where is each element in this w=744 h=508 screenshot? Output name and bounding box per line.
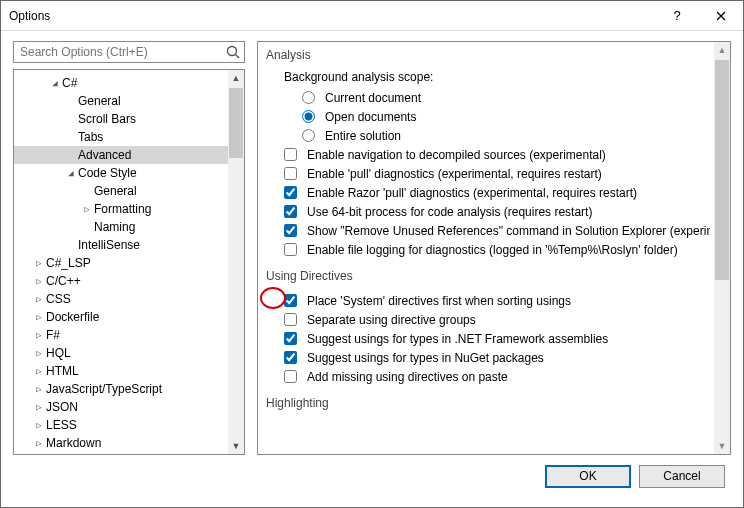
tree-item[interactable]: ▷JavaScript/TypeScript xyxy=(14,380,244,398)
tree-item[interactable]: ◢C# xyxy=(14,74,244,92)
checkbox-option[interactable]: Separate using directive groups xyxy=(284,310,710,329)
using-directives-section: Using Directives Place 'System' directiv… xyxy=(266,269,710,396)
tree-scrollbar[interactable]: ▲ ▼ xyxy=(228,70,244,454)
checkbox-option[interactable]: Enable navigation to decompiled sources … xyxy=(284,145,710,164)
scroll-down-icon[interactable]: ▼ xyxy=(714,438,730,454)
window-title: Options xyxy=(9,9,655,23)
checkbox-option[interactable]: Enable Razor 'pull' diagnostics (experim… xyxy=(284,183,710,202)
chevron-right-icon[interactable]: ▷ xyxy=(32,402,46,412)
tree-item[interactable]: ▷HTML xyxy=(14,362,244,380)
chevron-right-icon[interactable]: ▷ xyxy=(32,258,46,268)
option-label: Suggest usings for types in .NET Framewo… xyxy=(307,332,608,346)
close-button[interactable] xyxy=(699,2,743,30)
radio-input[interactable] xyxy=(302,91,315,104)
checkbox-input[interactable] xyxy=(284,243,297,256)
tree-item[interactable]: ▷Dockerfile xyxy=(14,308,244,326)
chevron-right-icon[interactable]: ▷ xyxy=(32,312,46,322)
chevron-right-icon[interactable]: ▷ xyxy=(32,420,46,430)
chevron-right-icon[interactable]: ▷ xyxy=(32,330,46,340)
category-tree: ◢C#GeneralScroll BarsTabsAdvanced◢Code S… xyxy=(13,69,245,455)
tree-item[interactable]: ▷C#_LSP xyxy=(14,254,244,272)
tree-item[interactable]: ▷LESS xyxy=(14,416,244,434)
tree-item[interactable]: Tabs xyxy=(14,128,244,146)
checkbox-input[interactable] xyxy=(284,370,297,383)
tree-item[interactable]: IntelliSense xyxy=(14,236,244,254)
search-input[interactable] xyxy=(13,41,245,63)
svg-point-0 xyxy=(228,47,237,56)
tree-item[interactable]: ▷Formatting xyxy=(14,200,244,218)
checkbox-option[interactable]: Suggest usings for types in NuGet packag… xyxy=(284,348,710,367)
scroll-thumb[interactable] xyxy=(715,60,729,280)
chevron-right-icon[interactable]: ▷ xyxy=(32,348,46,358)
option-label: Open documents xyxy=(325,110,416,124)
panel-scrollbar[interactable]: ▲ ▼ xyxy=(714,42,730,454)
checkbox-input[interactable] xyxy=(284,313,297,326)
ok-button[interactable]: OK xyxy=(545,465,631,488)
tree-item[interactable]: General xyxy=(14,182,244,200)
option-label: Add missing using directives on paste xyxy=(307,370,508,384)
tree-item[interactable]: ▷CSS xyxy=(14,290,244,308)
checkbox-option[interactable]: Enable file logging for diagnostics (log… xyxy=(284,240,710,259)
tree-item[interactable]: ▷Markdown xyxy=(14,434,244,452)
checkbox-option[interactable]: Place 'System' directives first when sor… xyxy=(284,291,710,310)
tree-item[interactable]: ▷JSON xyxy=(14,398,244,416)
tree-items: ◢C#GeneralScroll BarsTabsAdvanced◢Code S… xyxy=(14,70,244,455)
help-button[interactable]: ? xyxy=(655,2,699,30)
checkbox-input[interactable] xyxy=(284,224,297,237)
chevron-down-icon[interactable]: ◢ xyxy=(48,78,62,88)
checkbox-input[interactable] xyxy=(284,332,297,345)
radio-input[interactable] xyxy=(302,110,315,123)
option-label: Enable 'pull' diagnostics (experimental,… xyxy=(307,167,602,181)
tree-item-label: CSS xyxy=(46,292,71,306)
checkbox-input[interactable] xyxy=(284,148,297,161)
chevron-down-icon[interactable]: ◢ xyxy=(64,168,78,178)
tree-item[interactable]: Scroll Bars xyxy=(14,110,244,128)
checkbox-input[interactable] xyxy=(284,167,297,180)
tree-item-label: HTML xyxy=(46,364,79,378)
tree-item[interactable]: Naming xyxy=(14,218,244,236)
scroll-down-icon[interactable]: ▼ xyxy=(228,438,244,454)
radio-option[interactable]: Open documents xyxy=(302,107,710,126)
checkbox-input[interactable] xyxy=(284,294,297,307)
radio-option[interactable]: Current document xyxy=(302,88,710,107)
left-panel: ◢C#GeneralScroll BarsTabsAdvanced◢Code S… xyxy=(13,41,245,455)
tree-item[interactable]: ◢Code Style xyxy=(14,164,244,182)
cancel-button[interactable]: Cancel xyxy=(639,465,725,488)
tree-item[interactable]: Advanced xyxy=(14,146,244,164)
tree-item-label: C/C++ xyxy=(46,274,81,288)
scroll-up-icon[interactable]: ▲ xyxy=(714,42,730,58)
chevron-right-icon[interactable]: ▷ xyxy=(80,204,94,214)
option-label: Suggest usings for types in NuGet packag… xyxy=(307,351,544,365)
scroll-thumb[interactable] xyxy=(229,88,243,158)
tree-item-label: Dockerfile xyxy=(46,310,99,324)
tree-item-label: C# xyxy=(62,76,77,90)
tree-item-label: Formatting xyxy=(94,202,151,216)
checkbox-input[interactable] xyxy=(284,186,297,199)
tree-item[interactable]: ▷C/C++ xyxy=(14,272,244,290)
tree-item[interactable]: ▷HQL xyxy=(14,344,244,362)
section-heading: Analysis xyxy=(266,48,710,62)
chevron-right-icon[interactable]: ▷ xyxy=(32,384,46,394)
tree-item[interactable]: ▷F# xyxy=(14,326,244,344)
tree-item-label: Naming xyxy=(94,220,135,234)
scroll-up-icon[interactable]: ▲ xyxy=(228,70,244,86)
tree-item-label: Scroll Bars xyxy=(78,112,136,126)
chevron-right-icon[interactable]: ▷ xyxy=(32,438,46,448)
option-label: Use 64-bit process for code analysis (re… xyxy=(307,205,592,219)
radio-input[interactable] xyxy=(302,129,315,142)
checkbox-option[interactable]: Add missing using directives on paste xyxy=(284,367,710,386)
tree-item-label: LESS xyxy=(46,418,77,432)
checkbox-option[interactable]: Show "Remove Unused References" command … xyxy=(284,221,710,240)
chevron-right-icon[interactable]: ▷ xyxy=(32,294,46,304)
checkbox-input[interactable] xyxy=(284,205,297,218)
analysis-body: Background analysis scope: Current docum… xyxy=(266,64,710,269)
chevron-right-icon[interactable]: ▷ xyxy=(32,276,46,286)
checkbox-input[interactable] xyxy=(284,351,297,364)
checkbox-option[interactable]: Suggest usings for types in .NET Framewo… xyxy=(284,329,710,348)
tree-item[interactable]: General xyxy=(14,92,244,110)
chevron-right-icon[interactable]: ▷ xyxy=(32,366,46,376)
checkbox-option[interactable]: Enable 'pull' diagnostics (experimental,… xyxy=(284,164,710,183)
radio-option[interactable]: Entire solution xyxy=(302,126,710,145)
svg-line-1 xyxy=(236,55,240,59)
checkbox-option[interactable]: Use 64-bit process for code analysis (re… xyxy=(284,202,710,221)
